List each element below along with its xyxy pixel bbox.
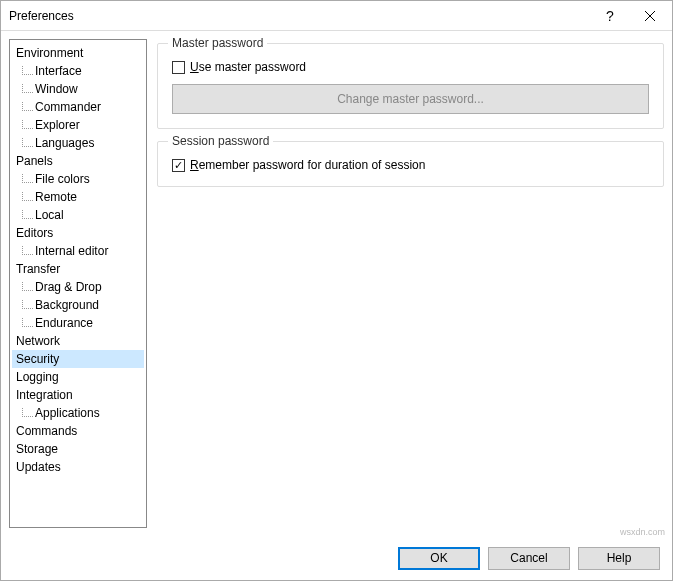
- tree-item-window[interactable]: Window: [12, 80, 144, 98]
- ok-button[interactable]: OK: [398, 547, 480, 570]
- tree-item-integration[interactable]: Integration: [12, 386, 144, 404]
- tree-item-updates[interactable]: Updates: [12, 458, 144, 476]
- titlebar: Preferences ?: [1, 1, 672, 31]
- window-title: Preferences: [9, 9, 590, 23]
- tree-item-commands[interactable]: Commands: [12, 422, 144, 440]
- tree-item-drag-drop[interactable]: Drag & Drop: [12, 278, 144, 296]
- cancel-button[interactable]: Cancel: [488, 547, 570, 570]
- tree-item-applications[interactable]: Applications: [12, 404, 144, 422]
- tree-item-internal-editor[interactable]: Internal editor: [12, 242, 144, 260]
- group-title: Session password: [168, 134, 273, 148]
- tree-item-file-colors[interactable]: File colors: [12, 170, 144, 188]
- help-icon[interactable]: ?: [590, 2, 630, 30]
- master-password-group: Master password Use master password Chan…: [157, 43, 664, 129]
- group-title: Master password: [168, 36, 267, 50]
- tree-item-logging[interactable]: Logging: [12, 368, 144, 386]
- use-master-password-checkbox[interactable]: [172, 61, 185, 74]
- tree-item-environment[interactable]: Environment: [12, 44, 144, 62]
- tree-item-transfer[interactable]: Transfer: [12, 260, 144, 278]
- remember-session-password-row[interactable]: Remember password for duration of sessio…: [172, 158, 649, 172]
- tree-item-editors[interactable]: Editors: [12, 224, 144, 242]
- use-master-password-label: Use master password: [190, 60, 306, 74]
- tree-item-remote[interactable]: Remote: [12, 188, 144, 206]
- tree-item-endurance[interactable]: Endurance: [12, 314, 144, 332]
- help-button[interactable]: Help: [578, 547, 660, 570]
- tree-item-network[interactable]: Network: [12, 332, 144, 350]
- tree-item-languages[interactable]: Languages: [12, 134, 144, 152]
- change-master-password-button[interactable]: Change master password...: [172, 84, 649, 114]
- tree-item-explorer[interactable]: Explorer: [12, 116, 144, 134]
- use-master-password-row[interactable]: Use master password: [172, 60, 649, 74]
- close-icon[interactable]: [630, 2, 670, 30]
- preferences-dialog: Preferences ? EnvironmentInterfaceWindow…: [0, 0, 673, 581]
- tree-item-security[interactable]: Security: [12, 350, 144, 368]
- tree-item-commander[interactable]: Commander: [12, 98, 144, 116]
- dialog-body: EnvironmentInterfaceWindowCommanderExplo…: [1, 31, 672, 536]
- tree-item-background[interactable]: Background: [12, 296, 144, 314]
- tree-item-local[interactable]: Local: [12, 206, 144, 224]
- session-password-group: Session password Remember password for d…: [157, 141, 664, 187]
- tree-item-interface[interactable]: Interface: [12, 62, 144, 80]
- tree-item-storage[interactable]: Storage: [12, 440, 144, 458]
- settings-panel: Master password Use master password Chan…: [157, 39, 664, 528]
- remember-session-password-label: Remember password for duration of sessio…: [190, 158, 425, 172]
- category-tree[interactable]: EnvironmentInterfaceWindowCommanderExplo…: [9, 39, 147, 528]
- dialog-footer: OK Cancel Help: [1, 536, 672, 580]
- remember-session-password-checkbox[interactable]: [172, 159, 185, 172]
- tree-item-panels[interactable]: Panels: [12, 152, 144, 170]
